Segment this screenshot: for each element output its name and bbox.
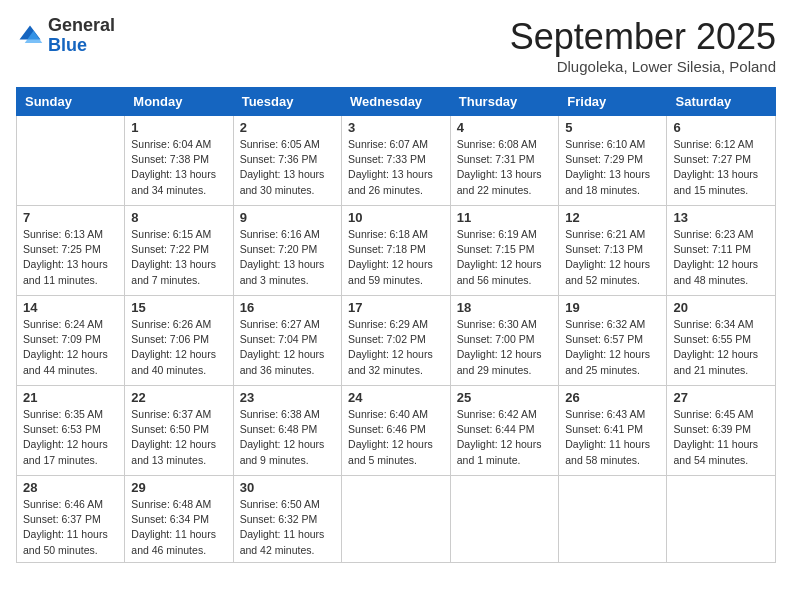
day-info: Sunrise: 6:46 AMSunset: 6:37 PMDaylight:… (23, 497, 118, 558)
calendar-cell: 1Sunrise: 6:04 AMSunset: 7:38 PMDaylight… (125, 116, 233, 206)
calendar-cell: 29Sunrise: 6:48 AMSunset: 6:34 PMDayligh… (125, 476, 233, 563)
day-info: Sunrise: 6:50 AMSunset: 6:32 PMDaylight:… (240, 497, 335, 558)
calendar-cell: 3Sunrise: 6:07 AMSunset: 7:33 PMDaylight… (342, 116, 451, 206)
day-number: 5 (565, 120, 660, 135)
day-number: 15 (131, 300, 226, 315)
logo-blue-text: Blue (48, 36, 115, 56)
logo-icon (16, 22, 44, 50)
calendar-cell: 7Sunrise: 6:13 AMSunset: 7:25 PMDaylight… (17, 206, 125, 296)
day-number: 27 (673, 390, 769, 405)
day-number: 30 (240, 480, 335, 495)
day-info: Sunrise: 6:23 AMSunset: 7:11 PMDaylight:… (673, 227, 769, 288)
day-info: Sunrise: 6:05 AMSunset: 7:36 PMDaylight:… (240, 137, 335, 198)
day-number: 9 (240, 210, 335, 225)
weekday-header-row: SundayMondayTuesdayWednesdayThursdayFrid… (17, 88, 776, 116)
calendar-cell: 20Sunrise: 6:34 AMSunset: 6:55 PMDayligh… (667, 296, 776, 386)
calendar-cell: 14Sunrise: 6:24 AMSunset: 7:09 PMDayligh… (17, 296, 125, 386)
day-info: Sunrise: 6:40 AMSunset: 6:46 PMDaylight:… (348, 407, 444, 468)
day-info: Sunrise: 6:13 AMSunset: 7:25 PMDaylight:… (23, 227, 118, 288)
calendar-cell (342, 476, 451, 563)
day-number: 21 (23, 390, 118, 405)
calendar-cell: 11Sunrise: 6:19 AMSunset: 7:15 PMDayligh… (450, 206, 559, 296)
day-info: Sunrise: 6:15 AMSunset: 7:22 PMDaylight:… (131, 227, 226, 288)
weekday-header-monday: Monday (125, 88, 233, 116)
day-number: 23 (240, 390, 335, 405)
calendar-cell: 30Sunrise: 6:50 AMSunset: 6:32 PMDayligh… (233, 476, 341, 563)
title-section: September 2025 Dlugoleka, Lower Silesia,… (510, 16, 776, 75)
day-info: Sunrise: 6:37 AMSunset: 6:50 PMDaylight:… (131, 407, 226, 468)
calendar-week-row: 21Sunrise: 6:35 AMSunset: 6:53 PMDayligh… (17, 386, 776, 476)
day-info: Sunrise: 6:16 AMSunset: 7:20 PMDaylight:… (240, 227, 335, 288)
day-info: Sunrise: 6:10 AMSunset: 7:29 PMDaylight:… (565, 137, 660, 198)
day-info: Sunrise: 6:04 AMSunset: 7:38 PMDaylight:… (131, 137, 226, 198)
calendar-cell (17, 116, 125, 206)
weekday-header-tuesday: Tuesday (233, 88, 341, 116)
day-number: 16 (240, 300, 335, 315)
day-number: 1 (131, 120, 226, 135)
day-info: Sunrise: 6:43 AMSunset: 6:41 PMDaylight:… (565, 407, 660, 468)
logo-text: General Blue (48, 16, 115, 56)
day-number: 8 (131, 210, 226, 225)
day-number: 11 (457, 210, 553, 225)
calendar-week-row: 28Sunrise: 6:46 AMSunset: 6:37 PMDayligh… (17, 476, 776, 563)
calendar-cell: 13Sunrise: 6:23 AMSunset: 7:11 PMDayligh… (667, 206, 776, 296)
logo-general-text: General (48, 16, 115, 36)
day-number: 26 (565, 390, 660, 405)
day-number: 29 (131, 480, 226, 495)
day-info: Sunrise: 6:21 AMSunset: 7:13 PMDaylight:… (565, 227, 660, 288)
calendar-cell (559, 476, 667, 563)
day-info: Sunrise: 6:34 AMSunset: 6:55 PMDaylight:… (673, 317, 769, 378)
day-info: Sunrise: 6:32 AMSunset: 6:57 PMDaylight:… (565, 317, 660, 378)
calendar-cell: 10Sunrise: 6:18 AMSunset: 7:18 PMDayligh… (342, 206, 451, 296)
day-info: Sunrise: 6:07 AMSunset: 7:33 PMDaylight:… (348, 137, 444, 198)
day-info: Sunrise: 6:27 AMSunset: 7:04 PMDaylight:… (240, 317, 335, 378)
calendar-cell (667, 476, 776, 563)
calendar-cell: 27Sunrise: 6:45 AMSunset: 6:39 PMDayligh… (667, 386, 776, 476)
day-number: 4 (457, 120, 553, 135)
day-number: 20 (673, 300, 769, 315)
day-number: 6 (673, 120, 769, 135)
day-number: 25 (457, 390, 553, 405)
calendar-cell: 26Sunrise: 6:43 AMSunset: 6:41 PMDayligh… (559, 386, 667, 476)
day-info: Sunrise: 6:30 AMSunset: 7:00 PMDaylight:… (457, 317, 553, 378)
day-number: 3 (348, 120, 444, 135)
calendar-week-row: 14Sunrise: 6:24 AMSunset: 7:09 PMDayligh… (17, 296, 776, 386)
day-number: 28 (23, 480, 118, 495)
day-info: Sunrise: 6:29 AMSunset: 7:02 PMDaylight:… (348, 317, 444, 378)
location-text: Dlugoleka, Lower Silesia, Poland (510, 58, 776, 75)
day-info: Sunrise: 6:08 AMSunset: 7:31 PMDaylight:… (457, 137, 553, 198)
day-number: 24 (348, 390, 444, 405)
day-number: 17 (348, 300, 444, 315)
day-number: 12 (565, 210, 660, 225)
calendar-cell (450, 476, 559, 563)
calendar-cell: 25Sunrise: 6:42 AMSunset: 6:44 PMDayligh… (450, 386, 559, 476)
calendar-table: SundayMondayTuesdayWednesdayThursdayFrid… (16, 87, 776, 563)
day-info: Sunrise: 6:35 AMSunset: 6:53 PMDaylight:… (23, 407, 118, 468)
day-number: 10 (348, 210, 444, 225)
calendar-cell: 24Sunrise: 6:40 AMSunset: 6:46 PMDayligh… (342, 386, 451, 476)
calendar-cell: 18Sunrise: 6:30 AMSunset: 7:00 PMDayligh… (450, 296, 559, 386)
day-info: Sunrise: 6:19 AMSunset: 7:15 PMDaylight:… (457, 227, 553, 288)
calendar-cell: 9Sunrise: 6:16 AMSunset: 7:20 PMDaylight… (233, 206, 341, 296)
calendar-cell: 4Sunrise: 6:08 AMSunset: 7:31 PMDaylight… (450, 116, 559, 206)
logo: General Blue (16, 16, 115, 56)
day-info: Sunrise: 6:26 AMSunset: 7:06 PMDaylight:… (131, 317, 226, 378)
calendar-cell: 15Sunrise: 6:26 AMSunset: 7:06 PMDayligh… (125, 296, 233, 386)
calendar-cell: 6Sunrise: 6:12 AMSunset: 7:27 PMDaylight… (667, 116, 776, 206)
calendar-week-row: 1Sunrise: 6:04 AMSunset: 7:38 PMDaylight… (17, 116, 776, 206)
day-number: 18 (457, 300, 553, 315)
calendar-cell: 21Sunrise: 6:35 AMSunset: 6:53 PMDayligh… (17, 386, 125, 476)
calendar-cell: 23Sunrise: 6:38 AMSunset: 6:48 PMDayligh… (233, 386, 341, 476)
calendar-cell: 12Sunrise: 6:21 AMSunset: 7:13 PMDayligh… (559, 206, 667, 296)
day-info: Sunrise: 6:12 AMSunset: 7:27 PMDaylight:… (673, 137, 769, 198)
calendar-cell: 2Sunrise: 6:05 AMSunset: 7:36 PMDaylight… (233, 116, 341, 206)
weekday-header-thursday: Thursday (450, 88, 559, 116)
calendar-cell: 19Sunrise: 6:32 AMSunset: 6:57 PMDayligh… (559, 296, 667, 386)
day-number: 14 (23, 300, 118, 315)
page-header: General Blue September 2025 Dlugoleka, L… (16, 16, 776, 75)
day-info: Sunrise: 6:18 AMSunset: 7:18 PMDaylight:… (348, 227, 444, 288)
day-info: Sunrise: 6:45 AMSunset: 6:39 PMDaylight:… (673, 407, 769, 468)
day-info: Sunrise: 6:42 AMSunset: 6:44 PMDaylight:… (457, 407, 553, 468)
calendar-cell: 17Sunrise: 6:29 AMSunset: 7:02 PMDayligh… (342, 296, 451, 386)
day-info: Sunrise: 6:24 AMSunset: 7:09 PMDaylight:… (23, 317, 118, 378)
